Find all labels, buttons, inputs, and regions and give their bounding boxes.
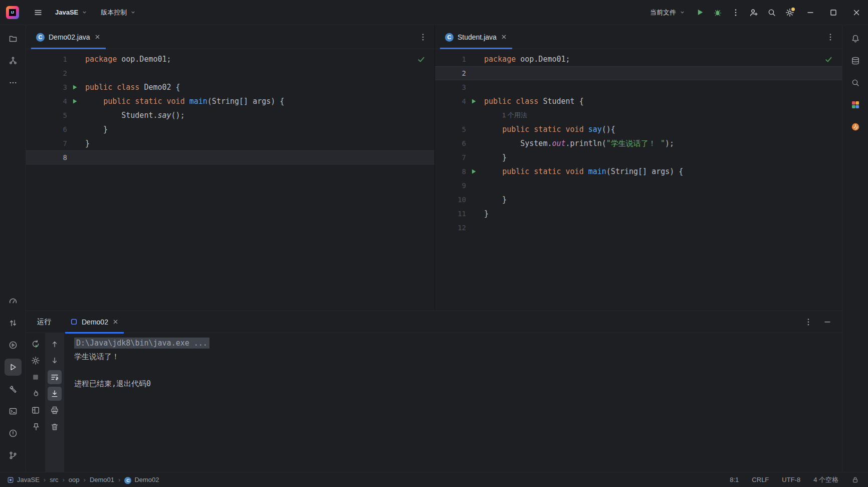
- editor-gutter[interactable]: 5: [26, 108, 82, 122]
- arrow-up-icon[interactable]: [48, 337, 62, 351]
- editor-gutter[interactable]: 7: [435, 150, 481, 165]
- structure-icon[interactable]: [5, 52, 22, 69]
- code-line[interactable]: 3: [435, 80, 842, 94]
- editor-gutter[interactable]: 1: [435, 52, 481, 66]
- play-circle-icon[interactable]: [5, 337, 22, 354]
- editor-gutter[interactable]: 3: [435, 80, 481, 94]
- code-text[interactable]: 1 个用法: [481, 108, 527, 122]
- editor-gutter[interactable]: 6: [26, 122, 82, 136]
- hide-panel-icon[interactable]: [823, 317, 832, 327]
- editor-gutter[interactable]: 7: [26, 136, 82, 150]
- more-horizontal-icon[interactable]: [5, 74, 22, 91]
- code-text[interactable]: [481, 179, 484, 193]
- editor-gutter[interactable]: 8: [26, 150, 82, 165]
- file-encoding-indicator[interactable]: UTF-8: [782, 476, 800, 483]
- bell-icon[interactable]: [847, 30, 864, 47]
- console-line[interactable]: 进程已结束,退出代码0: [74, 378, 842, 391]
- code-text[interactable]: public static void say(){: [481, 122, 615, 136]
- stop-square-icon[interactable]: [29, 370, 43, 384]
- rerun-icon[interactable]: [29, 337, 43, 351]
- close-tab-icon[interactable]: [94, 34, 101, 40]
- magnifier-icon[interactable]: [847, 74, 864, 91]
- terminal-icon[interactable]: [5, 403, 22, 420]
- code-line[interactable]: 11}: [435, 207, 842, 221]
- editor-gutter[interactable]: 4: [26, 94, 82, 108]
- editor-gutter[interactable]: 2: [435, 66, 481, 80]
- run-play-icon[interactable]: [5, 359, 22, 376]
- editor-tab-student[interactable]: C Student.java: [440, 25, 512, 49]
- code-line[interactable]: 8: [26, 150, 435, 165]
- run-gutter-icon[interactable]: [466, 94, 481, 108]
- console-line[interactable]: [74, 364, 842, 378]
- run-gutter-icon[interactable]: [67, 80, 82, 94]
- inspections-ok-icon[interactable]: [417, 55, 425, 64]
- code-line[interactable]: 6 System.out.println("学生说话了！ ");: [435, 136, 842, 150]
- code-text[interactable]: public static void main(String[] args) {: [481, 165, 683, 179]
- code-line[interactable]: 1package oop.Demo01;: [26, 52, 435, 66]
- editor-gutter[interactable]: 2: [26, 66, 82, 80]
- code-line[interactable]: 2: [26, 66, 435, 80]
- code-text[interactable]: }: [481, 150, 507, 165]
- debug-button[interactable]: [709, 4, 727, 22]
- arrow-down-icon[interactable]: [48, 354, 62, 368]
- arrows-up-down-icon[interactable]: [5, 314, 22, 332]
- flame-icon[interactable]: [29, 387, 43, 401]
- more-actions-icon[interactable]: [727, 4, 745, 22]
- vcs-selector[interactable]: 版本控制: [96, 5, 141, 20]
- code-text[interactable]: public static void main(String[] args) {: [82, 94, 284, 108]
- main-menu-icon[interactable]: [29, 4, 47, 22]
- pin-icon[interactable]: [29, 420, 43, 434]
- editor-gutter[interactable]: 1: [26, 52, 82, 66]
- editor-tab-demo02[interactable]: C Demo02.java: [31, 25, 106, 49]
- code-text[interactable]: }: [481, 193, 507, 207]
- editor-gutter[interactable]: 8: [435, 165, 481, 179]
- code-editor[interactable]: 1package oop.Demo01;23public class Demo0…: [26, 49, 435, 310]
- breadcrumb-item-src[interactable]: src: [50, 476, 58, 483]
- code-text[interactable]: [82, 66, 85, 80]
- git-branch-icon[interactable]: [5, 447, 22, 464]
- folder-icon[interactable]: [5, 30, 22, 47]
- editor-gutter[interactable]: 5: [435, 122, 481, 136]
- code-text[interactable]: }: [481, 207, 489, 221]
- close-tab-icon[interactable]: [501, 34, 507, 40]
- code-text[interactable]: package oop.Demo01;: [481, 52, 570, 66]
- soft-wrap-icon[interactable]: [48, 370, 62, 384]
- editor-gutter[interactable]: [435, 108, 481, 122]
- breadcrumb-item-oop[interactable]: oop: [69, 476, 80, 483]
- line-separator-indicator[interactable]: CRLF: [752, 476, 769, 483]
- code-line[interactable]: 4 public static void main(String[] args)…: [26, 94, 435, 108]
- breadcrumb-item-demo02[interactable]: CDemo02: [124, 476, 159, 484]
- editor-gutter[interactable]: 11: [435, 207, 481, 221]
- code-line[interactable]: 8 public static void main(String[] args)…: [435, 165, 842, 179]
- error-circle-icon[interactable]: [5, 425, 22, 442]
- code-with-me-icon[interactable]: [745, 4, 763, 22]
- run-button[interactable]: [691, 4, 709, 22]
- run-tab-demo02[interactable]: Demo02: [65, 311, 124, 333]
- code-line[interactable]: 7}: [26, 136, 435, 150]
- editor-options-icon[interactable]: [418, 33, 427, 42]
- trash-icon[interactable]: [48, 420, 62, 434]
- run-console[interactable]: D:\Java\jdk8\bin\java.exe ...学生说话了！进程已结束…: [64, 333, 842, 472]
- code-line[interactable]: 12: [435, 221, 842, 235]
- inlay-usages-hint[interactable]: 1 个用法: [435, 108, 842, 122]
- close-tab-icon[interactable]: [112, 318, 119, 325]
- code-line[interactable]: 3public class Demo02 {: [26, 80, 435, 94]
- editor-gutter[interactable]: 9: [435, 179, 481, 193]
- breadcrumb-item-javase[interactable]: JavaSE: [7, 476, 40, 483]
- run-config-selector[interactable]: 当前文件: [645, 5, 691, 20]
- code-line[interactable]: 5 Student.say();: [26, 108, 435, 122]
- code-line[interactable]: 10 }: [435, 193, 842, 207]
- editor-gutter[interactable]: 10: [435, 193, 481, 207]
- scroll-end-icon[interactable]: [48, 387, 62, 401]
- code-text[interactable]: System.out.println("学生说话了！ ");: [481, 136, 674, 150]
- editor-gutter[interactable]: 3: [26, 80, 82, 94]
- gear-icon[interactable]: [29, 354, 43, 368]
- breadcrumb-item-demo01[interactable]: Demo01: [90, 476, 114, 483]
- indent-indicator[interactable]: 4 个空格: [813, 475, 838, 484]
- search-everywhere-icon[interactable]: [763, 4, 781, 22]
- orange-plugin-icon[interactable]: [847, 118, 864, 135]
- console-line[interactable]: 学生说话了！: [74, 351, 842, 364]
- gauge-icon[interactable]: [5, 292, 22, 309]
- code-text[interactable]: [82, 150, 85, 165]
- maximize-button[interactable]: [822, 0, 845, 25]
